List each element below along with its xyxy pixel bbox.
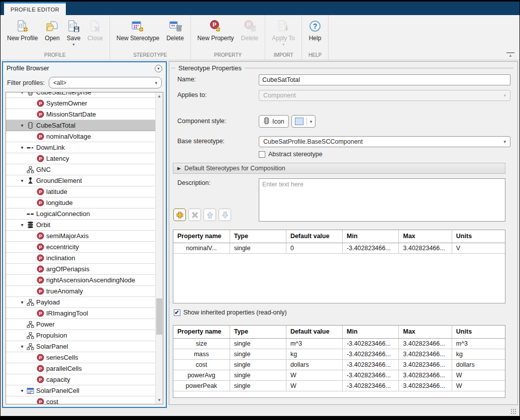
inherited-properties-table[interactable]: Property nameTypeDefault valueMinMaxUnit… xyxy=(173,325,505,398)
table-cell[interactable]: powerPeak xyxy=(173,380,230,391)
base-stereotype-dropdown[interactable]: CubeSatProfile.BaseSCComponent ▾ xyxy=(259,136,510,147)
table-cell[interactable]: -3.402823466... xyxy=(343,380,399,391)
table-cell[interactable]: single xyxy=(230,349,286,359)
table-cell[interactable]: size xyxy=(173,338,230,349)
tree-item-MissionStartDate[interactable]: PMissionStartDate xyxy=(6,109,155,120)
tree-item-Payload[interactable]: ▾Payload xyxy=(6,297,155,308)
table-cell[interactable]: 3.402823466... xyxy=(399,338,452,349)
panel-menu-button[interactable]: ▾ xyxy=(155,65,162,72)
table-cell[interactable]: dollars xyxy=(286,359,342,370)
table-cell[interactable]: W xyxy=(286,370,342,380)
table-cell[interactable]: kg xyxy=(286,349,342,359)
table-row[interactable]: sizesinglem^3-3.402823466...3.402823466.… xyxy=(173,338,505,349)
tree-item-seriesCells[interactable]: PseriesCells xyxy=(6,352,155,363)
name-input[interactable] xyxy=(259,74,510,85)
save-button[interactable]: Save ▾ xyxy=(63,15,84,46)
table-cell[interactable]: 0 xyxy=(286,243,342,253)
tab-profile-editor[interactable]: PROFILE EDITOR xyxy=(4,2,66,15)
tree-item-SolarPanelCell[interactable]: ▾SolarPanelCell xyxy=(6,385,155,396)
table-cell[interactable]: m^3 xyxy=(452,338,505,349)
table-cell[interactable]: -3.402823466... xyxy=(343,370,399,380)
show-inherited-checkbox[interactable] xyxy=(174,309,180,316)
delete-stereotype-button[interactable]: Delete xyxy=(163,15,187,42)
table-cell[interactable]: kg xyxy=(452,349,505,359)
table-cell[interactable]: -3.402823466... xyxy=(343,243,399,253)
table-row[interactable]: powerPeaksingleW-3.402823466...3.4028234… xyxy=(173,380,505,391)
tree-item-SystemOwner[interactable]: PSystemOwner xyxy=(6,98,155,109)
collapse-ribbon-button[interactable]: ▲ xyxy=(506,52,514,57)
table-cell[interactable]: single xyxy=(230,370,286,380)
expand-arrow-icon[interactable]: ▾ xyxy=(19,123,25,128)
table-cell[interactable]: single xyxy=(230,380,286,391)
tree-item-IRImagingTool[interactable]: PIRImagingTool xyxy=(6,308,155,319)
table-cell[interactable]: single xyxy=(230,359,286,370)
tree-item-cost[interactable]: Pcost xyxy=(6,396,155,404)
table-cell[interactable]: -3.402823466... xyxy=(343,338,399,349)
filter-profiles-dropdown[interactable]: <all> ▾ xyxy=(49,77,162,88)
table-row[interactable]: costsingledollars-3.402823466...3.402823… xyxy=(173,359,505,370)
description-textarea[interactable] xyxy=(259,178,505,222)
table-cell[interactable]: nominalV... xyxy=(173,243,230,253)
tree-item-LogicalConnection[interactable]: LogicalConnection xyxy=(6,208,155,220)
table-cell[interactable]: powerAvg xyxy=(173,370,230,380)
expand-arrow-icon[interactable]: ▾ xyxy=(19,178,25,183)
table-cell[interactable]: W xyxy=(286,380,342,391)
tree-item-Orbit[interactable]: ▾Orbit xyxy=(6,220,155,231)
expand-arrow-icon[interactable]: ▾ xyxy=(19,388,25,393)
new-profile-button[interactable]: New Profile xyxy=(4,15,41,42)
tree-item-trueAnomaly[interactable]: PtrueAnomaly xyxy=(6,286,155,297)
tree-item-CubeSatEnterprise[interactable]: ▾CubeSatEnterprise xyxy=(6,92,155,98)
scroll-up-button[interactable]: ▲ xyxy=(156,92,163,100)
tree-item-nominalVoltage[interactable]: PnominalVoltage xyxy=(6,131,155,142)
default-stereotypes-section[interactable]: ▶ Default Stereotypes for Composition xyxy=(173,163,505,174)
component-style-icon-button[interactable]: Icon xyxy=(259,115,289,128)
tree-item-longitude[interactable]: Plongitude xyxy=(6,197,155,208)
add-property-button[interactable] xyxy=(173,208,186,221)
tree-item-SolarPanel[interactable]: ▾SolarPanel xyxy=(6,341,155,352)
resize-grip[interactable] xyxy=(510,408,516,414)
table-cell[interactable]: 3.402823466... xyxy=(399,359,452,370)
table-cell[interactable]: V xyxy=(452,243,505,253)
tree-item-capacity[interactable]: Pcapacity xyxy=(6,374,155,385)
tree-item-Power[interactable]: Power xyxy=(6,319,155,330)
table-row[interactable]: nominalV...single0-3.402823466...3.40282… xyxy=(173,243,505,253)
table-cell[interactable]: -3.402823466... xyxy=(343,359,399,370)
tree-item-rightAscensionAscendingNode[interactable]: PrightAscensionAscendingNode xyxy=(6,275,155,286)
new-property-button[interactable]: P New Property xyxy=(194,15,238,42)
tree-item-argOfPeriapsis[interactable]: PargOfPeriapsis xyxy=(6,264,155,275)
expand-arrow-icon[interactable]: ▾ xyxy=(19,299,25,305)
tree-item-eccentricity[interactable]: Peccentricity xyxy=(6,242,155,253)
table-cell[interactable]: mass xyxy=(173,349,230,359)
table-cell[interactable]: single xyxy=(230,338,286,349)
table-cell[interactable]: W xyxy=(452,370,505,380)
tree-scrollbar[interactable]: ▲ ▼ xyxy=(155,92,163,404)
scrollbar-thumb[interactable] xyxy=(156,298,162,335)
table-cell[interactable]: 3.402823466... xyxy=(399,380,452,391)
tree-item-parallelCells[interactable]: PparallelCells xyxy=(6,363,155,374)
component-color-dropdown[interactable]: ▾ xyxy=(291,115,316,128)
table-cell[interactable]: 3.402823466... xyxy=(399,243,452,253)
table-row[interactable]: masssinglekg-3.402823466...3.402823466..… xyxy=(173,349,505,359)
open-button[interactable]: Open xyxy=(41,15,63,42)
save-dropdown-arrow[interactable]: ▾ xyxy=(72,43,74,46)
expand-arrow-icon[interactable]: ▾ xyxy=(19,222,25,228)
tree-item-latitude[interactable]: Platitude xyxy=(6,186,155,197)
table-cell[interactable]: m^3 xyxy=(286,338,342,349)
new-stereotype-button[interactable]: New Stereotype xyxy=(113,15,163,42)
tree-item-Propulsion[interactable]: Propulsion xyxy=(6,330,155,341)
table-cell[interactable]: dollars xyxy=(452,359,505,370)
scroll-down-button[interactable]: ▼ xyxy=(156,396,163,404)
table-cell[interactable]: cost xyxy=(173,359,230,370)
help-button[interactable]: ? Help xyxy=(305,15,325,42)
expand-arrow-icon[interactable]: ▾ xyxy=(19,344,25,349)
tree-item-semiMajorAxis[interactable]: PsemiMajorAxis xyxy=(6,231,155,242)
tree-item-GNC[interactable]: GNC xyxy=(6,164,155,175)
table-row[interactable]: powerAvgsingleW-3.402823466...3.40282346… xyxy=(173,370,505,380)
tree-item-inclination[interactable]: Pinclination xyxy=(6,253,155,264)
abstract-stereotype-checkbox[interactable] xyxy=(259,151,265,158)
table-cell[interactable]: W xyxy=(452,380,505,391)
table-cell[interactable]: 3.402823466... xyxy=(399,349,452,359)
table-cell[interactable]: -3.402823466... xyxy=(343,349,399,359)
tree-item-Latency[interactable]: PLatency xyxy=(6,153,155,164)
properties-table[interactable]: Property nameTypeDefault valueMinMaxUnit… xyxy=(173,230,505,303)
